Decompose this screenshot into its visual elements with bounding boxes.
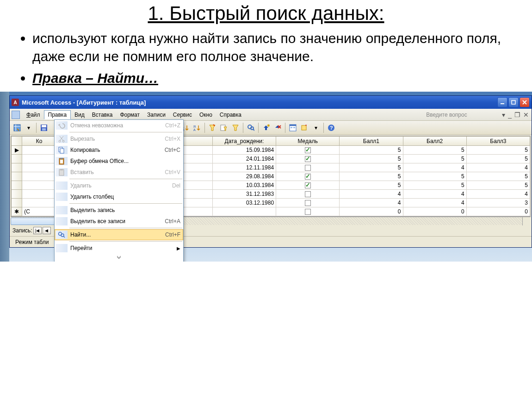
close-button[interactable] [520,97,530,107]
help-button[interactable]: ? [326,122,337,133]
svg-text:?: ? [330,125,333,131]
svg-rect-4 [42,125,46,127]
medal-checkbox[interactable] [305,165,311,171]
mdi-close-button[interactable]: ✕ [522,111,530,119]
find-icon [56,231,68,239]
menu-view[interactable]: Вид [71,111,88,119]
medal-checkbox[interactable] [305,156,311,162]
new-object-dropdown[interactable]: ▾ [310,122,322,133]
row-selector[interactable] [12,199,22,207]
menu-edit[interactable]: Правка [44,110,71,119]
datasheet-icon[interactable] [12,111,20,119]
menu-goto[interactable]: Перейти ▶ [55,243,183,254]
save-button[interactable] [38,122,49,133]
menu-office-clipboard[interactable]: Буфер обмена Office... [55,156,183,167]
svg-rect-2 [14,125,20,131]
new-record-button[interactable]: ✱ [260,122,272,133]
menu-delete-column[interactable]: Удалить столбец [55,191,183,202]
svg-text:Я: Я [193,125,196,128]
new-object-button[interactable] [299,122,310,133]
menu-service[interactable]: Сервис [169,111,196,119]
menu-paste: Вставить Ctrl+V [55,167,183,178]
nav-prev-button[interactable]: ◀ [43,227,51,234]
desktop-background: A Microsoft Access - [Абитуриент : табли… [0,92,532,262]
menu-records[interactable]: Записи [143,111,169,119]
svg-rect-17 [291,127,292,128]
row-selector[interactable] [12,163,22,172]
edit-dropdown-menu: Отмена невозможна Ctrl+Z Вырезать Ctrl+X… [54,119,184,262]
delete-record-button[interactable] [272,122,283,133]
svg-rect-16 [290,125,296,126]
cut-icon [56,135,68,143]
menu-insert[interactable]: Вставка [88,111,117,119]
mdi-restore-button[interactable]: ❐ [513,111,521,119]
title-bar[interactable]: A Microsoft Access - [Абитуриент : табли… [10,96,532,109]
svg-rect-25 [60,149,64,153]
sort-desc-button[interactable]: ЯА [192,122,203,133]
svg-rect-27 [60,158,63,159]
mdi-dropdown-icon[interactable]: ▾ [501,111,506,119]
bullet-2: Правка – Найти… [32,69,532,87]
medal-checkbox[interactable] [305,174,311,180]
menu-format[interactable]: Формат [116,111,143,119]
filter-by-selection-button[interactable] [207,122,218,133]
svg-text:А: А [193,128,196,131]
menu-find[interactable]: Найти... Ctrl+F [55,229,183,240]
status-mode: Режим табли [12,238,51,246]
row-selector[interactable] [12,190,22,199]
menu-delete: Удалить Del [55,180,183,191]
menu-file[interactable]: Файл [23,111,44,119]
row-selector[interactable] [12,155,22,163]
bullet-1: используют когда нужно найти запись по з… [32,29,532,65]
menu-undo: Отмена невозможна Ctrl+Z [55,120,183,131]
maximize-button[interactable] [508,97,519,107]
row-selector[interactable] [12,181,22,190]
medal-checkbox[interactable] [305,147,311,153]
database-window-button[interactable] [287,122,298,133]
find-button[interactable] [245,122,256,133]
medal-checkbox[interactable] [305,191,311,197]
select-all-cell[interactable] [12,137,22,146]
submenu-arrow-icon: ▶ [177,246,180,251]
window-title: Microsoft Access - [Абитуриент : таблица… [22,99,497,106]
help-search-box[interactable]: Введите вопрос [424,111,498,119]
menu-help[interactable]: Справка [216,111,245,119]
column-header-ball2[interactable]: Балл2 [403,137,466,146]
svg-rect-1 [512,100,515,104]
nav-first-button[interactable]: |◀ [33,227,42,234]
access-app-icon: A [12,99,19,106]
svg-rect-30 [60,169,63,170]
record-label: Запись: [12,227,32,234]
column-header-ball3[interactable]: Балл3 [466,137,530,146]
decorative-pillar [0,92,9,262]
minimize-button[interactable] [497,97,507,107]
access-window: A Microsoft Access - [Абитуриент : табли… [9,95,532,248]
menu-copy[interactable]: Копировать Ctrl+C [55,144,183,156]
undo-icon [56,121,68,130]
row-selector[interactable]: ✱ [12,207,22,216]
column-header-medal[interactable]: Медаль [276,137,340,146]
view-dropdown-button[interactable]: ▾ [23,122,34,133]
menu-expand-button[interactable] [55,254,183,262]
toggle-filter-button[interactable] [230,122,241,133]
medal-checkbox[interactable] [305,209,311,215]
svg-rect-28 [60,160,63,163]
row-selector[interactable] [12,172,22,181]
menu-select-record[interactable]: Выделить запись [55,205,183,216]
copy-icon [56,146,68,154]
menu-cut: Вырезать Ctrl+X [55,133,183,144]
menu-window[interactable]: Окно [196,111,216,119]
svg-rect-5 [42,128,46,131]
mdi-minimize-button[interactable]: _ [507,111,513,119]
view-button[interactable] [12,122,23,133]
svg-rect-19 [302,125,306,130]
medal-checkbox[interactable] [305,182,311,188]
svg-rect-0 [501,103,504,104]
column-header-ball1[interactable]: Балл1 [340,137,403,146]
medal-checkbox[interactable] [305,200,311,206]
filter-by-form-button[interactable] [218,122,229,133]
row-selector[interactable]: ▶ [12,146,22,155]
column-header-date[interactable]: Дата_рождени: [212,137,276,146]
column-header-ko[interactable]: Ко [22,137,56,146]
menu-select-all[interactable]: Выделить все записи Ctrl+A [55,216,183,227]
